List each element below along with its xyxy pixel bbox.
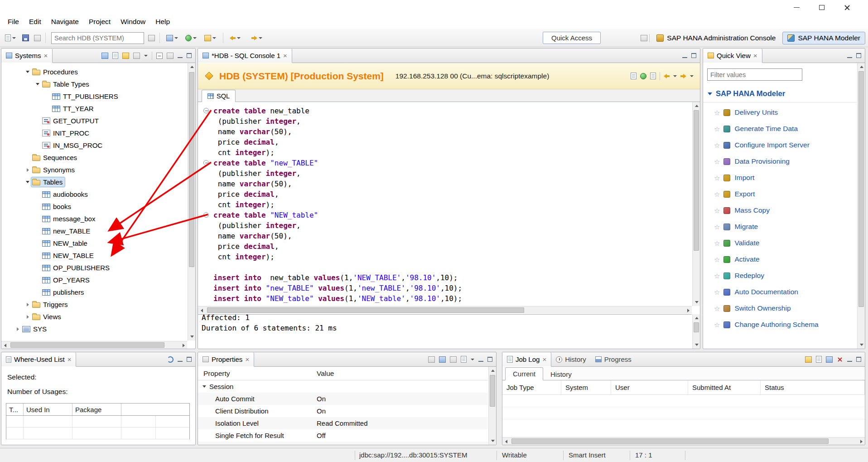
code-line-12[interactable]: (publisher integer,: [213, 220, 692, 231]
twistie-closed-icon[interactable]: [24, 166, 31, 174]
tree-item-sequences[interactable]: Sequences: [1, 151, 187, 164]
column-header-used-in[interactable]: Used In: [24, 404, 72, 415]
collapse-all-icon[interactable]: [156, 53, 163, 59]
maximize-button[interactable]: [809, 0, 834, 15]
quick-view-item-configure-import-server[interactable]: ☆Configure Import Server: [703, 137, 857, 153]
forward-button[interactable]: [250, 32, 264, 44]
run-button[interactable]: [184, 32, 198, 44]
quick-view-vscrollbar[interactable]: [857, 63, 865, 349]
scroll-left-icon[interactable]: [198, 306, 206, 314]
column-header-package[interactable]: Package: [72, 404, 121, 415]
property-group-sql-editor[interactable]: SQL Editor: [198, 442, 488, 445]
tree-item-get-output[interactable]: GET_OUTPUT: [1, 115, 187, 127]
open-sql-console-icon[interactable]: [112, 52, 118, 59]
column-header-submitted-at[interactable]: Submitted At: [688, 380, 761, 394]
twistie-closed-icon[interactable]: [24, 301, 31, 308]
result-log[interactable]: Affected: 1Duration of 6 statements: 21 …: [198, 314, 692, 349]
tree-item-views[interactable]: Views: [1, 311, 187, 323]
editor-hscrollbar[interactable]: [198, 306, 692, 314]
favorite-star-icon[interactable]: ☆: [714, 305, 720, 312]
scroll-up-icon[interactable]: [858, 63, 865, 71]
new-wizard-button[interactable]: [4, 32, 17, 44]
export-sql-icon[interactable]: [631, 73, 637, 79]
favorite-star-icon[interactable]: ☆: [714, 191, 720, 198]
save-all-button[interactable]: [33, 32, 42, 44]
scroll-thumb[interactable]: [694, 110, 699, 251]
tree-item-op-years[interactable]: OP_YEARS: [1, 274, 187, 286]
restore-defaults-icon[interactable]: [461, 356, 467, 363]
code-area[interactable]: create table new_table (publisher intege…: [198, 102, 692, 306]
show-advanced-icon[interactable]: [450, 356, 457, 363]
fold-collapse-icon[interactable]: [203, 160, 209, 165]
subtab-history[interactable]: History: [543, 368, 579, 380]
tab-quick-view[interactable]: Quick View: [703, 49, 762, 63]
menu-navigate[interactable]: Navigate: [46, 16, 84, 28]
scroll-thumb[interactable]: [511, 438, 829, 444]
table-row[interactable]: [502, 395, 865, 407]
scroll-left-icon[interactable]: [1, 341, 9, 349]
menu-edit[interactable]: Edit: [24, 16, 46, 28]
scroll-up-icon[interactable]: [489, 367, 497, 374]
tab-sql[interactable]: SQL: [202, 90, 236, 102]
code-line-14[interactable]: price decimal,: [213, 241, 692, 252]
code-line-5[interactable]: cnt integer);: [213, 147, 692, 158]
favorite-star-icon[interactable]: ☆: [714, 256, 720, 263]
scroll-down-icon[interactable]: [188, 333, 196, 340]
favorite-star-icon[interactable]: ☆: [714, 272, 720, 279]
tree-item-publishers[interactable]: publishers: [1, 286, 187, 298]
systems-vscrollbar[interactable]: [188, 63, 195, 340]
tree-item-init-proc[interactable]: INIT_PROC: [1, 127, 187, 139]
refresh-icon[interactable]: [167, 356, 174, 363]
scroll-thumb[interactable]: [858, 71, 864, 307]
pin-icon[interactable]: [428, 356, 435, 363]
scroll-thumb[interactable]: [694, 322, 699, 332]
quick-view-item-auto-documentation[interactable]: ☆Auto Documentation: [703, 284, 857, 300]
code-line-7[interactable]: (publisher integer,: [213, 168, 692, 179]
columns-icon[interactable]: [133, 53, 140, 59]
tree-item-op-publishers[interactable]: OP_PUBLISHERS: [1, 262, 187, 274]
quick-access-button[interactable]: Quick Access: [543, 32, 601, 44]
property-row-single-fetch-for-result[interactable]: Single Fetch for ResultOff: [198, 429, 488, 442]
tree-item-synonyms[interactable]: Synonyms: [1, 164, 187, 176]
scroll-right-icon[interactable]: [179, 341, 187, 349]
code-line-10[interactable]: cnt integer);: [213, 199, 692, 210]
quick-view-item-validate[interactable]: ☆Validate: [703, 235, 857, 251]
add-system-ic[interactable]: [122, 53, 129, 59]
clear-log-icon[interactable]: [837, 356, 843, 363]
code-line-2[interactable]: (publisher integer,: [213, 116, 692, 126]
tree-item-tt-year[interactable]: TT_YEAR: [1, 102, 187, 115]
quick-view-item-activate[interactable]: ☆Activate: [703, 251, 857, 267]
title-bar[interactable]: [0, 0, 868, 15]
quick-view-item-generate-time-data[interactable]: ☆Generate Time Data: [703, 121, 857, 137]
search-options-button[interactable]: [147, 32, 156, 44]
scroll-thumb[interactable]: [490, 375, 495, 407]
column-header-status[interactable]: Status: [761, 380, 865, 394]
view-menu-icon[interactable]: [144, 55, 148, 57]
subtab-current[interactable]: Current: [505, 367, 543, 380]
twistie-open-icon[interactable]: [24, 179, 31, 186]
code-line-15[interactable]: cnt integer);: [213, 252, 692, 262]
tab-where-used-list[interactable]: Where-Used List: [1, 352, 76, 367]
minimize-view-icon[interactable]: [478, 357, 483, 362]
fold-collapse-icon[interactable]: [203, 212, 209, 218]
scroll-up-icon[interactable]: [188, 63, 196, 71]
open-perspective-icon[interactable]: [641, 35, 647, 41]
menu-window[interactable]: Window: [116, 16, 150, 28]
table-row[interactable]: [502, 407, 865, 419]
close-tab-icon[interactable]: [245, 356, 249, 363]
open-file-icon[interactable]: [650, 73, 656, 79]
quick-view-item-migrate[interactable]: ☆Migrate: [703, 219, 857, 235]
result-vscrollbar[interactable]: [692, 314, 700, 349]
favorites-button[interactable]: [203, 32, 217, 44]
code-line-19[interactable]: insert into "NEW_table" values(1,'NEW_ta…: [213, 293, 692, 304]
minimize-button[interactable]: [784, 0, 809, 15]
close-tab-icon[interactable]: [44, 52, 48, 59]
favorite-star-icon[interactable]: ☆: [714, 158, 720, 165]
back-button[interactable]: [228, 32, 242, 44]
properties-vscrollbar[interactable]: [488, 367, 496, 445]
minimize-view-icon[interactable]: [178, 357, 183, 362]
quick-view-item-change-authoring-schema[interactable]: ☆Change Authoring Schema: [703, 316, 857, 333]
twistie-open-icon[interactable]: [34, 81, 41, 88]
tree-item-audiobooks[interactable]: audiobooks: [1, 188, 187, 200]
minimize-view-icon[interactable]: [847, 53, 852, 58]
